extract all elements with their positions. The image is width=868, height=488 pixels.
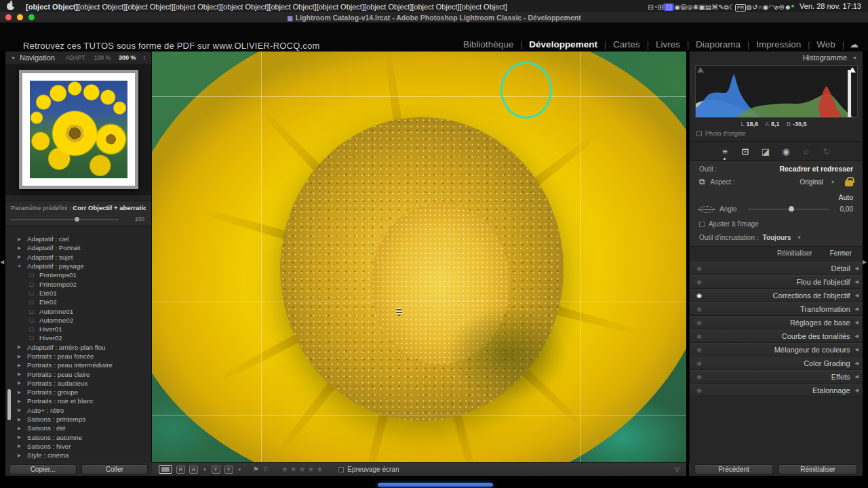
panel-expand-icon[interactable]: ◀ [855, 279, 859, 285]
menubar-item[interactable]: [object Object] [269, 3, 316, 11]
preset-item[interactable]: ▶ Portraits : peau foncée [5, 352, 151, 361]
before-after-top-icon[interactable]: Y [212, 466, 220, 474]
before-after-right-icon[interactable]: A [189, 466, 198, 474]
crop-reset-button[interactable]: Réinitialiser [777, 249, 812, 257]
overlay-mode-dropdown[interactable]: Toujours [763, 234, 791, 241]
sidecar-icon[interactable]: ⧉ [724, 3, 729, 11]
aspect-value-dropdown[interactable]: Original [741, 178, 823, 186]
panel-section-header[interactable]: ◉ Effets ◀ [690, 370, 863, 384]
highlight-clipping-icon[interactable] [849, 67, 856, 73]
clock-app-icon[interactable]: ◔ [654, 3, 658, 11]
pen-icon[interactable]: ✎ [718, 3, 724, 11]
panel-enable-toggle-icon[interactable]: ◉ [696, 265, 706, 272]
panel-section-header[interactable]: ◉ Réglages de base ◀ [690, 316, 863, 329]
flame-icon[interactable]: ❋ [693, 3, 698, 11]
wifi-icon[interactable]: ◠ [768, 3, 774, 11]
command-icon[interactable]: ⌘ [711, 3, 718, 11]
user-circle-icon[interactable]: ◍ [746, 3, 752, 11]
preset-item[interactable]: ▢ Hiver02 [5, 333, 151, 342]
original-photo-checkbox[interactable] [696, 131, 702, 136]
preset-disclosure-icon[interactable]: ▶ [16, 254, 22, 260]
preset-disclosure-icon[interactable]: ▶ [16, 399, 22, 404]
moon-icon[interactable]: ☾ [729, 3, 735, 11]
cloud-sync-icon[interactable]: ☁ [850, 39, 859, 49]
display-icon[interactable]: ⊞ [658, 3, 663, 11]
flag-pick-icon[interactable]: ⚑ [253, 466, 259, 473]
menubar-item[interactable]: [object Object] [221, 3, 269, 11]
preset-item[interactable]: ▼ Adaptatif : paysage [5, 262, 151, 270]
preset-disclosure-icon[interactable]: ▶ [16, 407, 22, 413]
auto-straighten-button[interactable]: Auto [838, 193, 853, 201]
navigator-thumbnail[interactable] [19, 70, 138, 189]
histogram[interactable] [695, 65, 858, 118]
loupe-view-icon[interactable] [159, 465, 172, 474]
module-tab[interactable]: Web [810, 39, 842, 49]
s-app-icon[interactable]: ◎ [687, 3, 693, 11]
module-tab[interactable]: Livres [649, 39, 687, 49]
panel-expand-icon[interactable]: ◀ [855, 266, 859, 271]
control-center-icon[interactable]: ⊜ [778, 3, 784, 11]
constrain-to-image-checkbox[interactable] [699, 222, 705, 227]
menubar-item[interactable]: [object Object] [317, 3, 364, 11]
preset-item[interactable]: ▶ Portraits : peau intermédiaire [5, 361, 151, 369]
star-rating[interactable]: ★★★★★ [281, 465, 325, 474]
preset-disclosure-icon[interactable]: ▢ [28, 281, 35, 287]
panel-section-header[interactable]: ◉ Color Grading ◀ [690, 357, 863, 370]
preset-item[interactable]: ▶ Saisons : automne [5, 433, 151, 442]
preset-disclosure-icon[interactable]: ▶ [16, 426, 22, 431]
soft-proofing-toggle[interactable]: Epreuvage écran [338, 466, 399, 473]
preset-disclosure-icon[interactable]: ▶ [16, 237, 22, 242]
preset-disclosure-icon[interactable]: ▢ [28, 308, 35, 314]
panel-enable-toggle-icon[interactable]: ◉ [696, 387, 706, 394]
soft-proofing-checkbox[interactable] [338, 467, 344, 472]
menubar-item[interactable]: [object Object] [125, 3, 173, 11]
heal-tool-icon[interactable]: ◪ [759, 146, 772, 157]
panel-section-header[interactable]: ◉ Courbe des tonalités ◀ [690, 329, 863, 343]
edit-sliders-icon[interactable]: ≡ [718, 146, 732, 157]
panel-section-header[interactable]: ◉ Etalonnage ◀ [690, 384, 863, 397]
before-after-bottom-icon[interactable]: Y [224, 466, 233, 474]
preset-item[interactable]: ▶ Saisons : hiver [5, 442, 151, 451]
panel-expand-icon[interactable]: ◀ [855, 320, 859, 325]
menubar-item[interactable]: [object Object] [78, 3, 125, 11]
preset-item[interactable]: ▶ Portraits : noir et blanc [5, 396, 151, 405]
preset-disclosure-icon[interactable]: ▢ [28, 326, 35, 332]
preset-item[interactable]: ▢ Automne02 [5, 316, 151, 325]
histogram-panel-header[interactable]: Histogramme ▼ [690, 52, 863, 64]
panel-expand-icon[interactable]: ◀ [855, 361, 859, 366]
zoom-adapt-option[interactable]: ADAPT. [66, 54, 86, 61]
flag-reject-icon[interactable]: ⚐ [263, 466, 269, 473]
panel-enable-toggle-icon[interactable]: ◉ [696, 306, 706, 312]
navigator-panel-header[interactable]: ▼ Navigation ADAPT. 100 % 300 % ↕ [5, 52, 151, 64]
panel-section-header[interactable]: ◉ Mélangeur de couleurs ◀ [690, 343, 863, 357]
preset-item[interactable]: ▶ Adaptatif : Portrait [5, 243, 151, 252]
masking-tool-icon[interactable]: ◌ [800, 146, 813, 157]
menubar-item[interactable]: [object Object] [174, 3, 221, 11]
paste-button[interactable]: Coller [81, 464, 149, 474]
preset-item[interactable]: ▶ Portraits : peau claire [5, 369, 151, 378]
preset-disclosure-icon[interactable]: ▶ [16, 434, 22, 440]
aspect-caret-icon[interactable]: ▾ [831, 179, 834, 185]
preset-disclosure-icon[interactable]: ▶ [16, 363, 22, 368]
sync-tool-icon[interactable]: ↻ [820, 146, 833, 157]
toolbar-options-chevron-icon[interactable]: ▽ [675, 466, 679, 473]
panel-enable-toggle-icon[interactable]: ◉ [696, 279, 706, 285]
preset-item[interactable]: ▶ Adaptatif : ciel [5, 235, 151, 243]
panel-expand-icon[interactable]: ◀ [855, 306, 859, 312]
preset-disclosure-icon[interactable]: ▼ [16, 264, 22, 268]
preset-disclosure-icon[interactable]: ▶ [16, 380, 22, 386]
preset-disclosure-icon[interactable]: ▶ [16, 344, 22, 350]
panel-expand-icon[interactable]: ◀ [855, 388, 859, 393]
right-panel-collapse-strip[interactable]: ▶ [863, 52, 868, 462]
collapse-right-icon[interactable]: ▶ [863, 259, 867, 265]
left-panel-collapse-strip[interactable]: ◀ [0, 52, 5, 462]
preset-item[interactable]: ▶ Adaptatif : sujet [5, 253, 151, 262]
panel-expand-icon[interactable]: ◀ [855, 374, 859, 380]
preset-disclosure-icon[interactable]: ▶ [16, 453, 22, 458]
angle-value[interactable]: 0,00 [840, 205, 853, 213]
clipboard-icon[interactable]: ▤ [705, 3, 711, 11]
panel-section-header[interactable]: ◉ Détail ◀ [690, 262, 863, 275]
preset-disclosure-icon[interactable]: ▶ [16, 390, 22, 395]
collapse-left-icon[interactable]: ◀ [0, 259, 4, 265]
preset-item[interactable]: ▢ Printemps02 [5, 279, 151, 288]
